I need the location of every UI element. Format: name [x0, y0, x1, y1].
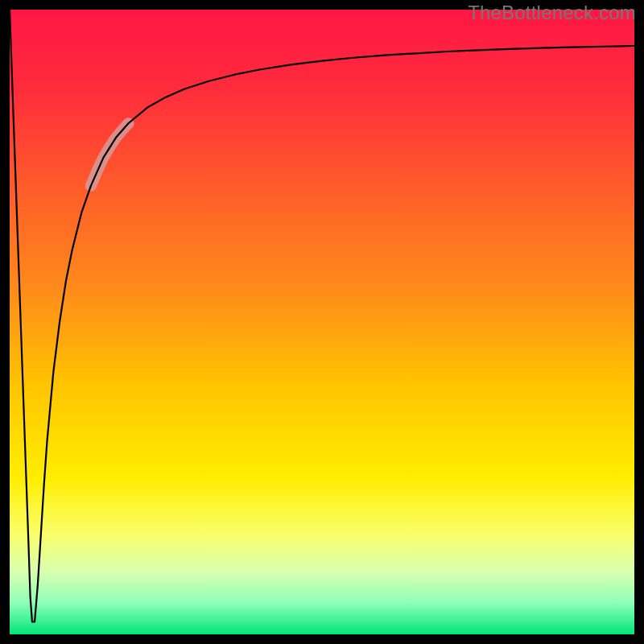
chart-container: TheBottleneck.com [0, 0, 644, 644]
bottleneck-chart [0, 0, 644, 644]
watermark-text: TheBottleneck.com [468, 2, 636, 24]
svg-rect-1 [10, 10, 634, 634]
